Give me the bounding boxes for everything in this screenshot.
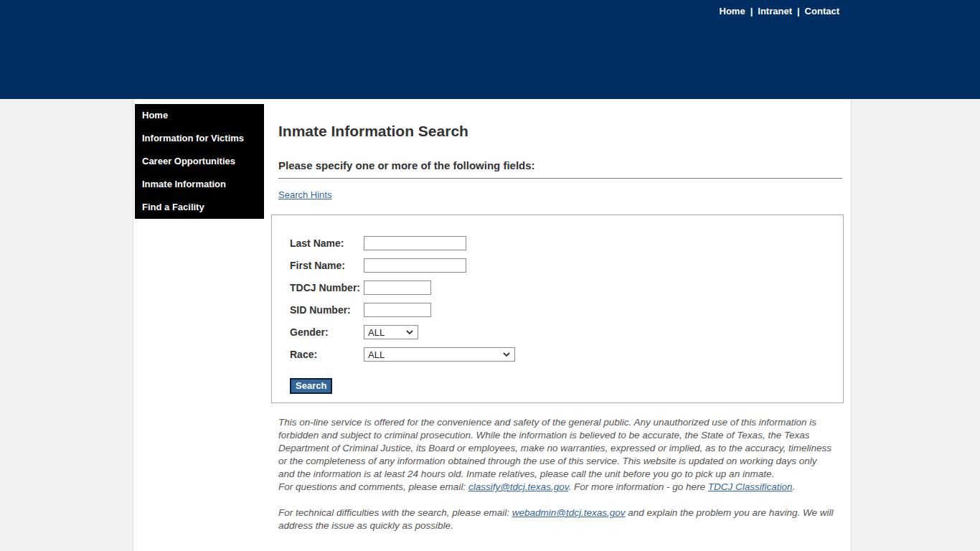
questions-text-mid: . For more information - go here (568, 481, 707, 492)
gender-select[interactable]: ALL (364, 325, 418, 339)
site-header: Home|Intranet|Contact (0, 0, 980, 99)
tech-text-prefix: For technical difficulties with the sear… (278, 507, 512, 518)
webadmin-email-link[interactable]: webadmin@tdcj.texas.gov (512, 507, 626, 518)
sidebar-item-inmate-information[interactable]: Inmate Information (135, 179, 264, 190)
sid-number-label: SID Number: (290, 304, 364, 316)
search-button[interactable]: Search (290, 378, 332, 394)
form-row-last-name: Last Name: (290, 236, 843, 250)
form-row-sid-number: SID Number: (290, 303, 843, 317)
technical-difficulties-note: For technical difficulties with the sear… (278, 507, 834, 532)
last-name-input[interactable] (364, 236, 466, 250)
classify-email-link[interactable]: classify@tdcj.texas.gov (468, 481, 569, 492)
chevron-down-icon (503, 352, 510, 357)
tdcj-classification-link[interactable]: TDCJ Classification (708, 481, 793, 492)
gender-label: Gender: (290, 326, 364, 338)
disclaimer-body: This on-line service is offered for the … (278, 417, 831, 479)
sidebar-menu: Home Information for Victims Career Oppo… (135, 104, 264, 219)
tdcj-number-input[interactable] (364, 281, 431, 295)
form-row-race: Race: ALL (290, 347, 843, 362)
sid-number-input[interactable] (364, 303, 431, 317)
content-wrapper: Home Information for Victims Career Oppo… (133, 99, 852, 551)
sidebar-item-information-for-victims[interactable]: Information for Victims (135, 133, 264, 144)
page-title: Inmate Information Search (278, 123, 842, 140)
sidebar-item-home[interactable]: Home (135, 110, 264, 121)
main-column: Inmate Information Search Please specify… (278, 99, 842, 532)
form-row-first-name: First Name: (290, 258, 843, 273)
gender-select-value: ALL (368, 327, 385, 338)
first-name-label: First Name: (290, 260, 364, 271)
first-name-input[interactable] (364, 258, 466, 273)
questions-text-suffix: . (793, 481, 796, 492)
form-instructions: Please specify one or more of the follow… (278, 159, 842, 179)
nav-link-contact[interactable]: Contact (805, 6, 839, 17)
race-label: Race: (290, 349, 364, 360)
tdcj-number-label: TDCJ Number: (290, 282, 364, 293)
last-name-label: Last Name: (290, 237, 364, 249)
race-select[interactable]: ALL (364, 347, 515, 362)
form-row-gender: Gender: ALL (290, 325, 843, 339)
nav-link-home[interactable]: Home (720, 6, 745, 17)
sidebar-item-find-a-facility[interactable]: Find a Facility (135, 202, 264, 213)
nav-separator: | (797, 6, 800, 17)
chevron-down-icon (406, 330, 413, 334)
disclaimer-text: This on-line service is offered for the … (278, 416, 834, 532)
form-row-tdcj-number: TDCJ Number: (290, 281, 843, 295)
nav-separator: | (750, 6, 753, 17)
sidebar-item-career-opportunities[interactable]: Career Opportunities (135, 156, 264, 167)
nav-link-intranet[interactable]: Intranet (758, 6, 792, 17)
search-form: Last Name: First Name: TDCJ Number: SID … (271, 215, 844, 403)
race-select-value: ALL (368, 349, 385, 360)
search-hints-link[interactable]: Search Hints (278, 189, 331, 200)
questions-text: For questions and comments, please email… (278, 481, 468, 492)
top-nav: Home|Intranet|Contact (720, 6, 839, 17)
